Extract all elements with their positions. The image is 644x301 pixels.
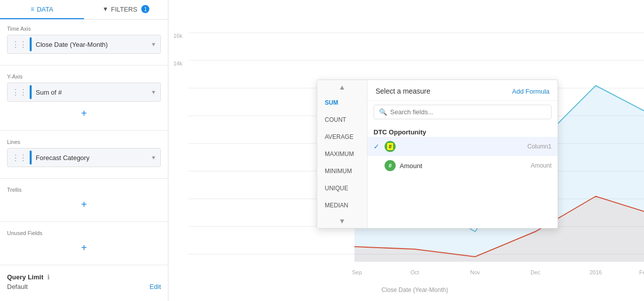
divider-2 bbox=[0, 130, 168, 131]
agg-scroll-up[interactable]: ▲ bbox=[317, 80, 367, 94]
filter-tab-icon: ▼ bbox=[103, 6, 109, 13]
trellis-section: Trellis + bbox=[0, 181, 168, 219]
tab-filters[interactable]: ▼ FILTERS 1 bbox=[84, 0, 168, 19]
filter-tab-label: FILTERS bbox=[111, 6, 138, 13]
check-icon-hash: ✓ bbox=[374, 142, 382, 150]
agg-item-maximum[interactable]: MAXIMUM bbox=[317, 145, 367, 163]
hash-icon-label: # bbox=[387, 143, 393, 150]
field-selector: Select a measure Add Formula 🔍 DTC Oppor… bbox=[367, 80, 558, 228]
agg-scroll-down[interactable]: ▼ bbox=[317, 214, 367, 228]
lines-color-bar bbox=[30, 150, 32, 165]
time-axis-section: Time Axis ⋮⋮ Close Date (Year-Month) ▼ bbox=[0, 20, 168, 63]
dropdown-header: Select a measure Add Formula bbox=[367, 80, 558, 101]
data-tab-icon: ≡ bbox=[31, 6, 34, 13]
x-label-2016: 2016 bbox=[590, 269, 602, 275]
x-label-sep: Sep bbox=[352, 269, 362, 275]
data-tab-label: DATA bbox=[37, 6, 53, 13]
field-search-input[interactable] bbox=[390, 108, 546, 116]
object-group-label: DTC Opportunity bbox=[367, 125, 558, 137]
query-limit-info-icon[interactable]: ℹ bbox=[47, 273, 50, 281]
time-axis-label: Time Axis bbox=[7, 26, 161, 32]
query-limit-label: Query Limit bbox=[7, 273, 43, 281]
drag-handle-lines[interactable]: ⋮⋮ bbox=[12, 153, 27, 163]
trellis-label: Trellis bbox=[7, 187, 161, 193]
add-unused-field-button[interactable]: + bbox=[7, 239, 161, 257]
y-axis-field-text: Sum of # bbox=[36, 89, 151, 96]
y-axis-section: Y-Axis ⋮⋮ Sum of # ▼ + bbox=[0, 67, 168, 128]
add-trellis-button[interactable]: + bbox=[7, 196, 161, 213]
add-y-axis-button[interactable]: + bbox=[7, 105, 161, 122]
sidebar-tabs: ≡ DATA ▼ FILTERS 1 bbox=[0, 0, 168, 20]
field-name-amount: Amount bbox=[400, 162, 531, 170]
field-label-hash: Column1 bbox=[527, 143, 551, 150]
dropdown-title: Select a measure bbox=[376, 87, 430, 95]
amount-icon-label: # bbox=[389, 163, 392, 169]
unused-fields-section: Unused Fields + bbox=[0, 224, 168, 263]
main-chart-area: 16k 14k Sep Oct Nov Dec 2016 Feb bbox=[168, 0, 644, 301]
x-label-nov: Nov bbox=[470, 269, 480, 275]
unused-fields-label: Unused Fields bbox=[7, 230, 161, 236]
query-limit-section: Query Limit ℹ Default Edit bbox=[0, 267, 168, 296]
agg-item-median[interactable]: MEDIAN bbox=[317, 197, 367, 214]
lines-field[interactable]: ⋮⋮ Forecast Category ▼ bbox=[7, 148, 161, 167]
field-name-hash bbox=[400, 143, 527, 150]
y-label-16k: 16k bbox=[173, 33, 182, 39]
query-limit-value: Default bbox=[7, 283, 28, 290]
y-axis-dropdown-arrow[interactable]: ▼ bbox=[151, 89, 156, 95]
lines-label: Lines bbox=[7, 139, 161, 145]
y-label-14k: 14k bbox=[173, 60, 182, 66]
agg-item-sum[interactable]: SUM bbox=[317, 94, 367, 111]
time-axis-field-text: Close Date (Year-Month) bbox=[36, 41, 151, 48]
x-axis-caption: Close Date (Year-Month) bbox=[382, 286, 448, 293]
drag-handle-time[interactable]: ⋮⋮ bbox=[12, 40, 27, 49]
y-axis-color-bar bbox=[30, 85, 32, 99]
x-label-feb: Feb bbox=[639, 269, 644, 275]
x-label-dec: Dec bbox=[530, 269, 540, 275]
field-item-amount[interactable]: ✓ # Amount Amount bbox=[367, 156, 558, 175]
filter-badge: 1 bbox=[141, 5, 149, 13]
lines-dropdown-arrow[interactable]: ▼ bbox=[151, 155, 156, 161]
agg-item-average[interactable]: AVERAGE bbox=[317, 128, 367, 145]
query-limit-edit-link[interactable]: Edit bbox=[150, 283, 161, 290]
field-type-icon-amount: # bbox=[385, 160, 396, 171]
aggregation-list: ▲ SUM COUNT AVERAGE MAXIMUM MINIMUM UNIQ… bbox=[317, 80, 367, 228]
time-axis-field[interactable]: ⋮⋮ Close Date (Year-Month) ▼ bbox=[7, 35, 161, 54]
agg-item-minimum[interactable]: MINIMUM bbox=[317, 163, 367, 180]
measure-select-dropdown: ▲ SUM COUNT AVERAGE MAXIMUM MINIMUM UNIQ… bbox=[317, 80, 558, 229]
field-item-hash[interactable]: ✓ # Column1 bbox=[367, 137, 558, 156]
search-icon: 🔍 bbox=[379, 108, 387, 116]
fields-list: DTC Opportunity ✓ # Column1 ✓ bbox=[367, 123, 558, 228]
y-axis-label: Y-Axis bbox=[7, 73, 161, 80]
field-label-amount: Amount bbox=[531, 162, 551, 169]
lines-section: Lines ⋮⋮ Forecast Category ▼ bbox=[0, 133, 168, 176]
divider-3 bbox=[0, 178, 168, 179]
divider-1 bbox=[0, 65, 168, 65]
query-limit-row: Default Edit bbox=[7, 283, 161, 290]
add-formula-button[interactable]: Add Formula bbox=[512, 88, 549, 95]
y-axis-field[interactable]: ⋮⋮ Sum of # ▼ bbox=[7, 83, 161, 102]
x-label-oct: Oct bbox=[410, 269, 419, 275]
field-type-icon-hash: # bbox=[385, 141, 396, 152]
time-axis-dropdown-arrow[interactable]: ▼ bbox=[151, 41, 156, 47]
field-search-box: 🔍 bbox=[374, 105, 551, 119]
agg-item-unique[interactable]: UNIQUE bbox=[317, 180, 367, 197]
drag-handle-y[interactable]: ⋮⋮ bbox=[12, 88, 27, 97]
time-axis-color-bar bbox=[30, 37, 32, 51]
lines-field-text: Forecast Category bbox=[36, 154, 151, 162]
divider-5 bbox=[0, 265, 168, 265]
divider-4 bbox=[0, 221, 168, 222]
tab-data[interactable]: ≡ DATA bbox=[0, 0, 84, 19]
sidebar: ≡ DATA ▼ FILTERS 1 Time Axis ⋮⋮ Close Da… bbox=[0, 0, 168, 301]
agg-item-count[interactable]: COUNT bbox=[317, 111, 367, 128]
